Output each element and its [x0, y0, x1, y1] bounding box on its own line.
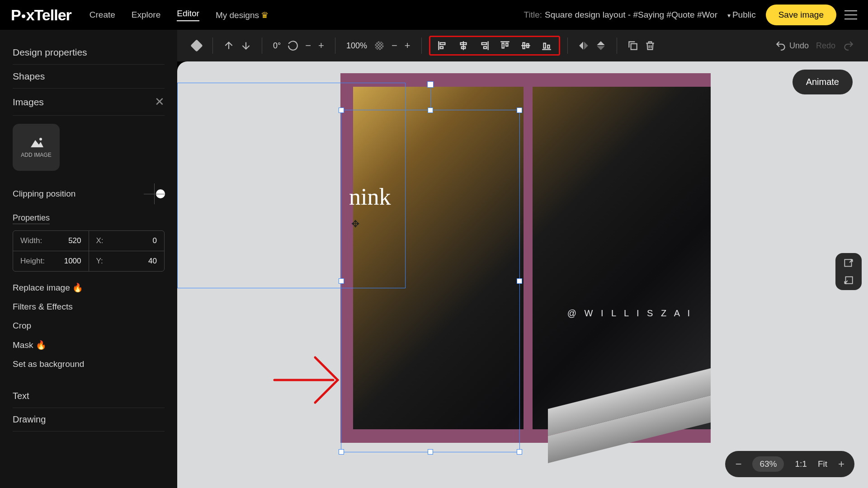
visibility-toggle[interactable]: Public — [727, 10, 756, 20]
clone-out-icon[interactable] — [843, 258, 854, 269]
svg-rect-15 — [547, 45, 549, 48]
section-text[interactable]: Text — [13, 385, 165, 408]
align-right-icon[interactable] — [478, 40, 490, 52]
delete-icon[interactable] — [644, 40, 656, 52]
align-center-h-icon[interactable] — [458, 40, 469, 52]
properties-grid: Width:520 X:0 Height:1000 Y:40 — [13, 230, 165, 272]
rotate-plus[interactable]: + — [318, 40, 324, 52]
redo-label: Redo — [816, 41, 835, 51]
flip-h-icon[interactable] — [578, 40, 590, 52]
y-field[interactable]: Y:40 — [89, 251, 165, 271]
x-field[interactable]: X:0 — [89, 231, 165, 251]
fire-icon: 🔥 — [72, 283, 83, 292]
svg-marker-17 — [31, 140, 43, 147]
svg-rect-19 — [844, 259, 851, 266]
svg-point-3 — [375, 41, 384, 50]
clone-in-icon[interactable] — [843, 274, 854, 286]
nav-editor[interactable]: Editor — [177, 9, 199, 21]
svg-rect-14 — [543, 43, 545, 48]
zoom-value[interactable]: 63% — [752, 456, 784, 472]
image-divider — [524, 87, 533, 429]
zoom-in[interactable]: + — [838, 458, 844, 470]
undo-label[interactable]: Undo — [789, 41, 809, 51]
opacity-minus[interactable]: − — [392, 40, 397, 52]
animate-button[interactable]: Animate — [793, 70, 853, 94]
shape-icon[interactable] — [191, 40, 203, 52]
opacity-plus[interactable]: + — [405, 40, 410, 52]
svg-rect-8 — [481, 43, 486, 45]
svg-rect-20 — [846, 277, 853, 284]
clone-tools — [835, 253, 862, 290]
opacity-value[interactable]: 100% — [346, 41, 367, 51]
height-field[interactable]: Height:1000 — [13, 251, 89, 271]
svg-rect-5 — [440, 47, 443, 48]
resize-handle[interactable] — [517, 108, 522, 113]
svg-rect-10 — [502, 43, 504, 48]
zoom-fit[interactable]: Fit — [818, 459, 827, 469]
section-shapes[interactable]: Shapes — [13, 65, 165, 89]
undo-icon[interactable] — [775, 40, 787, 52]
crown-icon: ♛ — [261, 10, 269, 20]
set-as-background[interactable]: Set as background — [13, 359, 165, 369]
align-left-icon[interactable] — [437, 40, 448, 52]
resize-handle[interactable] — [517, 449, 522, 455]
left-panel: Design properties Shapes Images ✕ ADD IM… — [0, 30, 177, 488]
rotate-minus[interactable]: − — [305, 40, 311, 52]
selection-outline-primary[interactable] — [341, 110, 520, 452]
mask[interactable]: Mask 🔥 — [13, 340, 165, 350]
resize-handle[interactable] — [339, 449, 344, 455]
flip-v-icon[interactable] — [595, 40, 607, 52]
svg-rect-9 — [484, 47, 487, 48]
align-center-v-icon[interactable] — [520, 40, 532, 52]
duplicate-icon[interactable] — [627, 40, 639, 52]
zoom-out[interactable]: − — [735, 458, 741, 470]
align-top-icon[interactable] — [499, 40, 511, 52]
replace-image[interactable]: Replace image 🔥 — [13, 282, 165, 293]
svg-rect-0 — [191, 40, 203, 52]
redo-icon — [843, 40, 854, 52]
nav-explore[interactable]: Explore — [132, 10, 160, 20]
top-bar: PxTeller Create Explore Editor My design… — [0, 0, 868, 30]
rotation-value[interactable]: 0° — [273, 41, 281, 51]
resize-handle[interactable] — [428, 108, 433, 113]
save-button[interactable]: Save image — [766, 5, 836, 25]
section-design-properties[interactable]: Design properties — [13, 41, 165, 65]
rotate-icon[interactable] — [287, 40, 299, 52]
clipping-position-control[interactable] — [144, 183, 165, 204]
section-images[interactable]: Images ✕ — [13, 89, 165, 116]
crop[interactable]: Crop — [13, 321, 165, 331]
svg-rect-16 — [631, 44, 637, 50]
align-bottom-icon[interactable] — [541, 40, 552, 52]
resize-handle[interactable] — [428, 449, 433, 455]
nav-create[interactable]: Create — [90, 10, 115, 20]
bring-forward-icon[interactable] — [223, 40, 235, 52]
opacity-icon[interactable] — [373, 40, 385, 52]
close-icon[interactable]: ✕ — [155, 95, 165, 109]
resize-handle[interactable] — [339, 108, 344, 113]
resize-handle[interactable] — [339, 278, 344, 284]
add-image-button[interactable]: ADD IMAGE — [13, 124, 60, 171]
rotate-handle[interactable] — [427, 81, 434, 88]
nav-mydesigns[interactable]: My designs♛ — [216, 10, 269, 20]
move-cursor-icon: ✥ — [351, 218, 359, 230]
canvas-stage[interactable]: @ W I L L I S Z A I nink ✥ — [177, 61, 868, 488]
section-drawing[interactable]: Drawing — [13, 408, 165, 432]
svg-rect-4 — [440, 43, 445, 45]
send-backward-icon[interactable] — [240, 40, 252, 52]
doc-title[interactable]: Title:Square design layout - #Saying #Qu… — [524, 10, 717, 20]
logo[interactable]: PxTeller — [11, 6, 71, 24]
width-field[interactable]: Width:520 — [13, 231, 89, 251]
fire-icon: 🔥 — [36, 340, 47, 350]
zoom-bar: − 63% 1:1 Fit + — [725, 451, 854, 477]
zoom-ratio[interactable]: 1:1 — [795, 459, 807, 469]
canvas-toolbar: 0° − + 100% − + Undo Redo — [177, 30, 868, 61]
menu-icon[interactable] — [844, 10, 857, 19]
clipping-label: Clipping position — [13, 189, 75, 199]
filters-effects[interactable]: Filters & Effects — [13, 302, 165, 312]
watermark-text: @ W I L L I S Z A I — [567, 308, 693, 319]
svg-point-18 — [39, 138, 42, 141]
svg-rect-11 — [506, 43, 508, 47]
resize-handle[interactable] — [517, 278, 522, 284]
annotation-arrow — [270, 344, 347, 416]
properties-label: Properties — [13, 213, 50, 224]
